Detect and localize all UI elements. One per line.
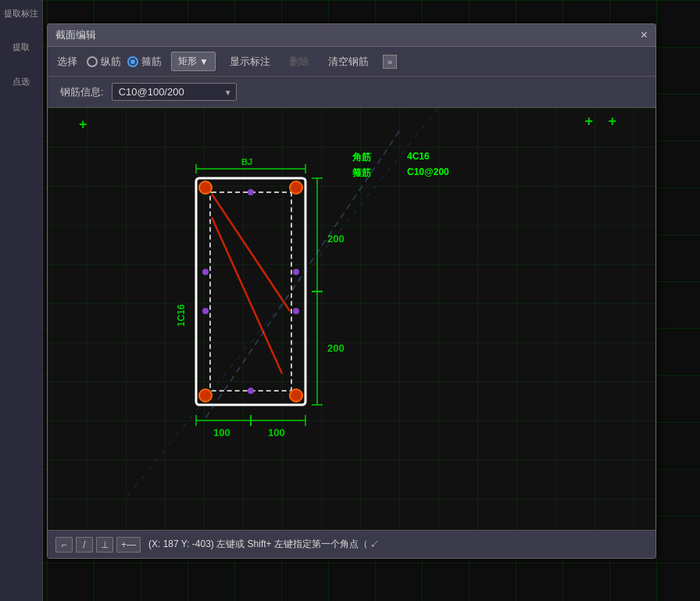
svg-line-36 (126, 108, 438, 499)
svg-text:200: 200 (327, 233, 345, 245)
radio-longitudinal-label: 纵筋 (101, 55, 121, 69)
radio-longitudinal-circle (87, 56, 98, 67)
radio-stirrup[interactable]: 箍筋 (127, 55, 162, 69)
svg-text:100: 100 (268, 427, 285, 438)
corner-rebar-label: 角筋 (352, 151, 371, 164)
radio-longitudinal[interactable]: 纵筋 (87, 55, 121, 69)
section-editor-dialog: 截面编辑 × 选择 纵筋 箍筋 矩形 ▼ 显示标注 删除 清空钢筋 » 钢筋信息… (47, 23, 656, 559)
cross-marker-1: + (79, 117, 88, 131)
left-panel-text-3: 点选 (2, 76, 41, 88)
shape-button[interactable]: 矩形 ▼ (171, 52, 216, 71)
svg-text:100: 100 (213, 427, 230, 438)
more-button[interactable]: » (383, 55, 397, 69)
select-label: 选择 (57, 55, 77, 69)
steel-info-row: 钢筋信息: C10@100/200 C8@100/200 C12@100/200… (48, 77, 655, 108)
instruction-text: 左键或 Shift+ 左键指定第一个角点（ (216, 538, 368, 549)
steel-dropdown[interactable]: C10@100/200 C8@100/200 C12@100/200 (112, 83, 237, 101)
svg-point-6 (199, 389, 212, 402)
svg-text:1C16: 1C16 (176, 304, 187, 327)
svg-point-10 (202, 308, 209, 314)
svg-point-7 (290, 389, 302, 402)
statusbar-coords: (X: 187 Y: -403) 左键或 Shift+ 左键指定第一个角点（ ↙ (148, 538, 380, 551)
svg-rect-1 (210, 192, 291, 391)
dialog-titlebar: 截面编辑 × (48, 24, 655, 47)
shape-arrow: ▼ (199, 56, 209, 67)
svg-point-11 (293, 308, 299, 314)
tool-line-btn[interactable]: / (76, 537, 93, 553)
shape-label: 矩形 (178, 55, 197, 68)
show-annotation-button[interactable]: 显示标注 (225, 53, 275, 70)
left-panel-text-2: 提取 (2, 41, 41, 53)
left-panel-text-1: 提取标注 (2, 8, 41, 20)
svg-point-13 (248, 388, 254, 394)
steel-info-label: 钢筋信息: (60, 85, 104, 99)
background-lines (48, 108, 655, 530)
canvas-area[interactable]: + + + 角筋 4C16 箍筋 C10@200 (48, 108, 655, 530)
indicator-text: ↙ (370, 538, 380, 549)
svg-point-8 (202, 269, 209, 275)
stirrup-label: 箍筋 (352, 166, 371, 180)
steel-dropdown-wrapper: C10@100/200 C8@100/200 C12@100/200 ▼ (112, 83, 237, 101)
radio-stirrup-label: 箍筋 (141, 55, 162, 69)
dialog-title: 截面编辑 (55, 28, 96, 42)
clear-rebar-button[interactable]: 清空钢筋 (323, 53, 373, 70)
section-svg: 200 200 100 100 BJ 1C16 (173, 155, 391, 467)
close-button[interactable]: × (641, 29, 648, 41)
tool-snap-btn[interactable]: ⌐ (55, 537, 73, 553)
stirrup-value: C10@200 (407, 166, 449, 177)
cross-marker-2: + (584, 114, 593, 128)
radio-stirrup-circle (127, 56, 138, 67)
svg-point-9 (293, 269, 299, 275)
svg-line-2 (212, 194, 290, 311)
svg-rect-0 (196, 178, 305, 405)
svg-point-5 (290, 181, 302, 194)
toolbar: 选择 纵筋 箍筋 矩形 ▼ 显示标注 删除 清空钢筋 » (48, 47, 655, 77)
svg-line-3 (212, 217, 282, 374)
tool-perp-btn[interactable]: ⊥ (96, 537, 113, 553)
svg-text:200: 200 (327, 342, 345, 354)
svg-text:BJ: BJ (241, 157, 252, 166)
svg-point-4 (199, 181, 212, 194)
svg-point-12 (248, 189, 254, 195)
left-panel: 提取标注 提取 点选 (0, 0, 43, 601)
statusbar: ⌐ / ⊥ +— (X: 187 Y: -403) 左键或 Shift+ 左键指… (48, 530, 655, 558)
corner-rebar-value: 4C16 (407, 151, 430, 162)
cross-marker-3: + (608, 114, 616, 128)
svg-line-35 (204, 131, 399, 420)
radio-group: 纵筋 箍筋 (87, 55, 162, 69)
tool-offset-btn[interactable]: +— (116, 537, 141, 553)
delete-button[interactable]: 删除 (284, 53, 314, 70)
statusbar-tools: ⌐ / ⊥ +— (55, 537, 141, 553)
coords-text: (X: 187 Y: -403) (148, 538, 214, 549)
